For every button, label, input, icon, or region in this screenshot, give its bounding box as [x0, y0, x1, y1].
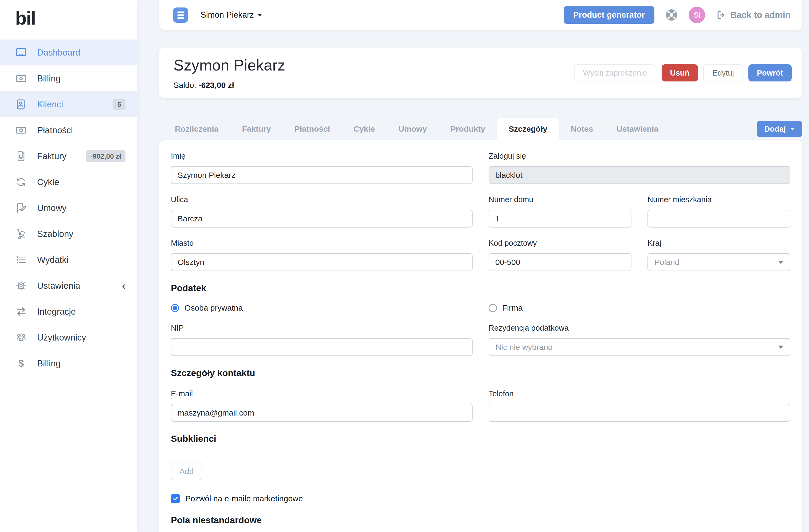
- invoice-icon: [15, 150, 27, 162]
- exchange-arrows-icon: [15, 306, 27, 318]
- field-nip: NIP: [171, 324, 472, 356]
- field-telefon: Telefon: [488, 389, 790, 422]
- sidebar-item-billing-2[interactable]: $ Billing: [0, 350, 137, 376]
- miasto-input[interactable]: [171, 253, 472, 271]
- imie-input[interactable]: [171, 166, 472, 184]
- delete-button[interactable]: Usuń: [661, 64, 698, 82]
- sidebar-item-integracje[interactable]: Integracje: [0, 298, 137, 325]
- client-header-buttons: Wyślij zaproszenie Usuń Edytuj Powrót: [574, 64, 792, 82]
- rezydencja-select-value: Nic nie wybrano: [496, 343, 552, 352]
- radio-osoba-prywatna[interactable]: Osoba prywatna: [171, 303, 472, 312]
- tab-cykle[interactable]: Cykle: [342, 118, 386, 140]
- nip-input[interactable]: [171, 338, 472, 356]
- section-heading-kontakt: Szczegóły kontaktu: [171, 368, 790, 378]
- details-panel: Imię Zaloguj się Ulica Numer domu Numer …: [159, 140, 802, 532]
- edit-button[interactable]: Edytuj: [703, 64, 743, 82]
- sidebar-item-faktury[interactable]: Faktury -902,00 zł: [0, 143, 137, 169]
- ulica-input[interactable]: [171, 210, 472, 227]
- sidebar-item-label: Płatności: [37, 125, 73, 135]
- tab-faktury[interactable]: Faktury: [230, 118, 282, 140]
- kod-pocztowy-input[interactable]: [488, 253, 632, 271]
- field-numer-domu: Numer domu: [488, 195, 632, 227]
- tabs-row: Rozliczenia Faktury Płatności Cykle Umow…: [159, 118, 802, 140]
- saldo-label: Saldo:: [174, 81, 196, 89]
- field-label: Numer domu: [488, 195, 632, 204]
- sidebar-item-wydatki[interactable]: Wydatki: [0, 247, 137, 273]
- section-heading-pola-niestandardowe: Pola niestandardowe: [171, 515, 790, 525]
- hamburger-menu-button[interactable]: [173, 7, 188, 23]
- numer-mieszkania-input[interactable]: [648, 210, 790, 227]
- sidebar-item-cykle[interactable]: Cykle: [0, 169, 137, 195]
- sidebar-item-label: Umowy: [37, 203, 67, 213]
- numer-domu-input[interactable]: [488, 210, 632, 227]
- field-label: Telefon: [488, 389, 790, 398]
- topbar-right: Product generator SI Back to admin: [564, 6, 791, 24]
- checkbox-label: Pozwól na e-maile marketingowe: [185, 494, 303, 503]
- tab-umowy[interactable]: Umowy: [386, 118, 439, 140]
- add-subclient-button[interactable]: Add: [171, 463, 202, 480]
- field-kod-pocztowy: Kod pocztowy: [488, 239, 632, 271]
- chevron-down-icon: [778, 261, 784, 264]
- sidebar-item-dashboard[interactable]: Dashboard: [0, 39, 137, 65]
- handtruck-icon: [15, 228, 27, 240]
- kraj-select[interactable]: Poland: [648, 253, 790, 271]
- sidebar-menu: Dashboard Billing Klienci 5 1 Płatności …: [0, 39, 137, 376]
- app-logo: bil: [0, 0, 137, 29]
- postal-country-group: Kod pocztowy Kraj Poland: [488, 239, 790, 271]
- field-label: Ulica: [171, 195, 472, 204]
- marketing-emails-checkbox-row[interactable]: Pozwól na e-maile marketingowe: [171, 494, 790, 503]
- add-dropdown-button[interactable]: Dodaj: [757, 121, 802, 137]
- sidebar-item-label: Dashboard: [37, 48, 80, 58]
- tab-notes[interactable]: Notes: [559, 118, 605, 140]
- sidebar-item-billing[interactable]: Billing: [0, 65, 137, 91]
- sidebar-item-label: Użytkownicy: [37, 332, 86, 343]
- address-numbers-group: Numer domu Numer mieszkania: [488, 195, 790, 227]
- tab-szczegoly[interactable]: Szczegóły: [497, 118, 559, 140]
- avatar[interactable]: SI: [689, 7, 705, 23]
- sidebar-item-uzytkownicy[interactable]: Użytkownicy: [0, 325, 137, 350]
- field-imie: Imię: [171, 152, 472, 184]
- tab-ustawienia[interactable]: Ustawienia: [605, 118, 670, 140]
- tab-platnosci[interactable]: Płatności: [283, 118, 342, 140]
- add-dropdown-label: Dodaj: [764, 125, 786, 134]
- sidebar-item-label: Klienci: [37, 99, 63, 109]
- back-button[interactable]: Powrót: [748, 64, 792, 82]
- sidebar-item-label: Billing: [37, 73, 61, 84]
- tax-type-radios: Osoba prywatna Firma: [171, 303, 790, 312]
- telefon-input[interactable]: [488, 404, 790, 422]
- saldo-line: Saldo: -623,00 zł: [174, 81, 286, 90]
- rezydencja-select[interactable]: Nic nie wybrano: [488, 338, 790, 356]
- section-heading-subklienci: Subklienci: [171, 433, 790, 444]
- field-label: Zaloguj się: [488, 152, 790, 160]
- sidebar-item-label: Integracje: [37, 307, 76, 317]
- klienci-count-badge: 5: [113, 99, 125, 110]
- field-numer-mieszkania: Numer mieszkania: [648, 195, 790, 227]
- gear-icon: [15, 280, 27, 292]
- login-input[interactable]: [488, 166, 790, 184]
- sidebar-item-umowy[interactable]: Umowy: [0, 195, 137, 221]
- sidebar-item-szablony[interactable]: Szablony: [0, 221, 137, 247]
- help-button[interactable]: [665, 8, 678, 21]
- product-generator-button[interactable]: Product generator: [564, 6, 655, 24]
- sidebar-item-klienci[interactable]: Klienci 5: [0, 91, 137, 117]
- back-to-admin-link[interactable]: Back to admin: [716, 10, 791, 20]
- radio-firma[interactable]: Firma: [488, 303, 790, 312]
- cycle-icon: [15, 176, 27, 188]
- field-kraj: Kraj Poland: [648, 239, 790, 271]
- tab-rozliczenia[interactable]: Rozliczenia: [163, 118, 230, 140]
- user-dropdown[interactable]: Simon Piekarz: [201, 10, 262, 20]
- svg-text:1: 1: [20, 128, 22, 132]
- client-header-card: Szymon Piekarz Saldo: -623,00 zł Wyślij …: [159, 48, 802, 98]
- sidebar-item-ustawienia[interactable]: Ustawienia ‹: [0, 273, 137, 298]
- field-miasto: Miasto: [171, 239, 472, 271]
- chevron-left-icon[interactable]: ‹: [122, 280, 125, 291]
- tab-produkty[interactable]: Produkty: [439, 118, 497, 140]
- radio-checked-icon: [171, 304, 179, 312]
- send-invite-button[interactable]: Wyślij zaproszenie: [574, 64, 656, 82]
- dashboard-icon: [15, 47, 27, 59]
- field-rezydencja: Rezydencja podatkowa Nic nie wybrano: [488, 324, 790, 356]
- users-group-icon: [15, 331, 27, 344]
- back-to-admin-label: Back to admin: [730, 10, 791, 20]
- email-input[interactable]: [171, 404, 472, 422]
- sidebar-item-platnosci[interactable]: 1 Płatności: [0, 117, 137, 143]
